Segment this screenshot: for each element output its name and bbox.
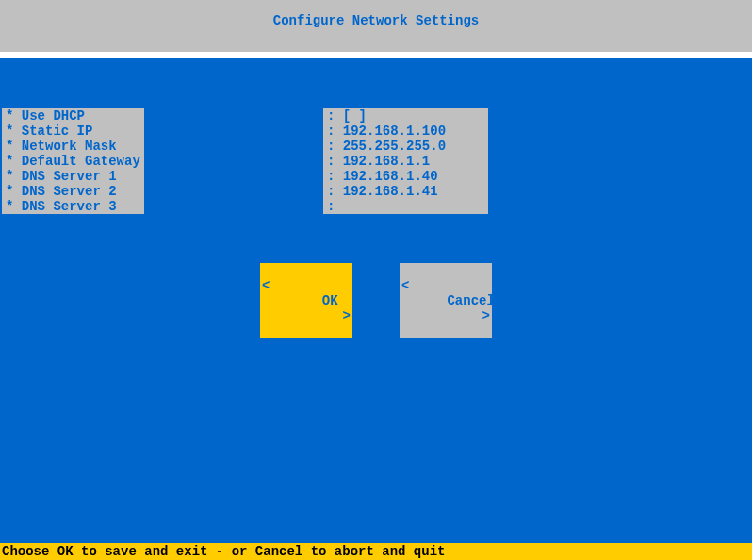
bracket-left-icon: < (260, 278, 270, 293)
value-static-ip[interactable]: : 192.168.1.100 (323, 124, 488, 139)
label-dns2: * DNS Server 2 (2, 184, 144, 199)
labels-panel: * Use DHCP * Static IP * Network Mask * … (2, 108, 144, 214)
footer-hint: Choose OK to save and exit - or Cancel t… (0, 543, 752, 560)
cancel-button-label: Cancel (447, 293, 494, 308)
header-divider (0, 52, 752, 58)
label-static-ip: * Static IP (2, 124, 144, 139)
value-dns1[interactable]: : 192.168.1.40 (323, 169, 488, 184)
value-default-gateway[interactable]: : 192.168.1.1 (323, 154, 488, 169)
values-panel: : [ ] : 192.168.1.100 : 255.255.255.0 : … (323, 108, 488, 214)
value-dns3[interactable]: : (323, 199, 488, 214)
bracket-left-icon: < (400, 278, 409, 293)
label-dns1: * DNS Server 1 (2, 169, 144, 184)
bracket-right-icon: > (482, 308, 492, 323)
bracket-right-icon: > (343, 308, 352, 323)
label-network-mask: * Network Mask (2, 139, 144, 154)
label-use-dhcp: * Use DHCP (2, 108, 144, 124)
ok-button[interactable]: < OK > (260, 263, 352, 338)
value-network-mask[interactable]: : 255.255.255.0 (323, 139, 488, 154)
value-dns2[interactable]: : 192.168.1.41 (323, 184, 488, 199)
buttons-row: < OK > < Cancel > (0, 263, 752, 338)
cancel-button[interactable]: < Cancel > (400, 263, 492, 338)
label-default-gateway: * Default Gateway (2, 154, 144, 169)
page-title: Configure Network Settings (273, 13, 479, 28)
ok-button-label: OK (322, 293, 338, 308)
header: Configure Network Settings (0, 0, 752, 58)
value-use-dhcp[interactable]: : [ ] (323, 108, 488, 124)
label-dns3: * DNS Server 3 (2, 199, 144, 214)
main-area: * Use DHCP * Static IP * Network Mask * … (0, 58, 752, 543)
